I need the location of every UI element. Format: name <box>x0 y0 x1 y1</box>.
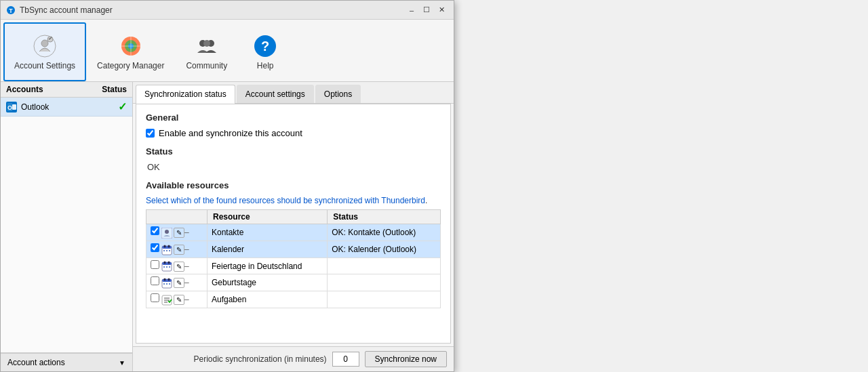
resource-checkbox[interactable] <box>151 226 159 235</box>
resource-name: Feiertage in Deutschland <box>208 257 328 274</box>
table-header-row: Resource Status <box>146 210 441 224</box>
main-window: T TbSync account manager – ☐ ✕ A <box>0 0 454 372</box>
resources-section-title: Available resources <box>146 180 441 190</box>
toolbar-account-settings-label: Account Settings <box>14 61 75 70</box>
tab-account-settings[interactable]: Account settings <box>237 85 314 103</box>
resources-table: Resource Status ✎–KontakteOK: Kontakte (… <box>146 209 441 308</box>
svg-rect-28 <box>162 262 172 265</box>
table-row: ✎–Aufgaben <box>146 291 441 308</box>
tab-sync-status[interactable]: Synchronization status <box>136 85 235 104</box>
category-manager-icon <box>119 34 143 58</box>
col-resource: Resource <box>208 210 328 224</box>
resource-checkbox[interactable] <box>151 276 159 285</box>
row-controls-cell: ✎– <box>146 224 208 241</box>
sidebar-status-header: Status <box>96 85 127 94</box>
account-actions-button[interactable]: Account actions ▼ <box>1 353 132 371</box>
svg-rect-24 <box>163 250 165 251</box>
outlook-status: ✓ <box>113 100 127 113</box>
account-settings-icon <box>33 34 57 58</box>
svg-text:O: O <box>7 104 12 111</box>
resource-status: OK: Kontakte (Outlook) <box>328 224 441 241</box>
toolbar-account-settings[interactable]: Account Settings <box>3 22 86 81</box>
window-title: TbSync account manager <box>20 5 405 15</box>
svg-rect-33 <box>169 266 170 268</box>
svg-rect-26 <box>169 250 170 251</box>
toolbar-help-label: Help <box>257 61 274 70</box>
general-section-title: General <box>146 112 441 123</box>
dash-resource-button[interactable]: – <box>184 262 189 271</box>
resources-description: Select which of the found resources shou… <box>146 196 441 205</box>
periodic-label: Periodic synchronization (in minutes) <box>194 354 327 364</box>
bottom-bar: Periodic synchronization (in minutes) Sy… <box>133 346 454 371</box>
dash-resource-button[interactable]: – <box>184 228 189 237</box>
help-icon: ? <box>253 34 277 58</box>
content-panel: Synchronization status Account settings … <box>133 82 454 371</box>
svg-point-4 <box>47 37 53 42</box>
row-controls-cell: ✎– <box>146 257 208 274</box>
svg-point-3 <box>41 40 48 47</box>
toolbar-help[interactable]: ? Help <box>238 22 292 81</box>
edit-resource-button[interactable]: ✎ <box>174 245 184 255</box>
maximize-button[interactable]: ☐ <box>420 4 433 16</box>
resource-type-icon <box>161 245 172 255</box>
synchronize-now-button[interactable]: Synchronize now <box>365 351 447 367</box>
row-controls-cell: ✎– <box>146 274 208 291</box>
resource-name: Kontakte <box>208 224 328 241</box>
edit-resource-button[interactable]: ✎ <box>174 228 184 238</box>
svg-rect-21 <box>162 246 172 249</box>
outlook-label: Outlook <box>21 102 113 112</box>
resource-name: Aufgaben <box>208 291 328 308</box>
account-actions-label: Account actions <box>7 358 65 367</box>
svg-rect-32 <box>166 266 167 268</box>
table-row: ✎–KalenderOK: Kalender (Outlook) <box>146 241 441 257</box>
title-bar: T TbSync account manager – ☐ ✕ <box>1 1 454 20</box>
dropdown-arrow-icon: ▼ <box>119 359 125 367</box>
svg-rect-17 <box>12 104 16 110</box>
periodic-input[interactable] <box>332 352 359 367</box>
col-status: Status <box>328 210 441 224</box>
svg-rect-39 <box>166 283 167 285</box>
svg-rect-23 <box>168 245 170 247</box>
resource-checkbox[interactable] <box>151 293 159 302</box>
svg-text:?: ? <box>261 39 269 54</box>
col-controls <box>146 210 208 224</box>
dash-resource-button[interactable]: – <box>184 245 189 254</box>
svg-point-19 <box>165 230 169 234</box>
enable-sync-checkbox[interactable] <box>146 129 155 138</box>
toolbar-community[interactable]: Community <box>175 22 238 81</box>
toolbar-community-label: Community <box>186 61 227 70</box>
resource-type-icon <box>161 261 172 272</box>
svg-rect-38 <box>163 283 165 285</box>
row-controls-cell: ✎– <box>146 241 208 257</box>
app-icon: T <box>6 5 16 15</box>
edit-resource-button[interactable]: ✎ <box>174 262 184 272</box>
resource-status: OK: Kalender (Outlook) <box>328 241 441 257</box>
edit-resource-button[interactable]: ✎ <box>174 278 184 288</box>
resource-checkbox[interactable] <box>151 260 159 269</box>
edit-resource-button[interactable]: ✎ <box>174 295 184 305</box>
enable-sync-row: Enable and synchronize this account <box>146 128 441 138</box>
resource-name: Kalender <box>208 241 328 257</box>
dash-resource-button[interactable]: – <box>184 278 189 287</box>
window-controls: – ☐ ✕ <box>405 4 448 16</box>
close-button[interactable]: ✕ <box>435 4 448 16</box>
thunderbird-link: Thunderbird <box>381 196 425 205</box>
tab-options[interactable]: Options <box>315 85 361 103</box>
resource-checkbox[interactable] <box>151 243 159 252</box>
resource-type-icon <box>161 278 172 289</box>
svg-point-10 <box>203 40 210 47</box>
resource-type-icon <box>161 295 172 306</box>
resource-type-icon <box>161 228 172 239</box>
svg-rect-35 <box>162 279 172 282</box>
resource-status <box>328 291 441 308</box>
main-area: Accounts Status O Outlook ✓ <box>1 82 454 371</box>
sidebar-item-outlook[interactable]: O Outlook ✓ <box>1 98 132 117</box>
resources-section: Available resources Select which of the … <box>146 180 441 308</box>
table-row: ✎–Geburtstage <box>146 274 441 291</box>
minimize-button[interactable]: – <box>405 4 418 16</box>
sidebar-accounts-header: Accounts <box>6 85 96 94</box>
dash-resource-button[interactable]: – <box>184 295 189 304</box>
sidebar-header: Accounts Status <box>1 82 132 98</box>
panel-content: General Enable and synchronize this acco… <box>136 104 451 344</box>
toolbar-category-manager[interactable]: Category Manager <box>86 22 175 81</box>
